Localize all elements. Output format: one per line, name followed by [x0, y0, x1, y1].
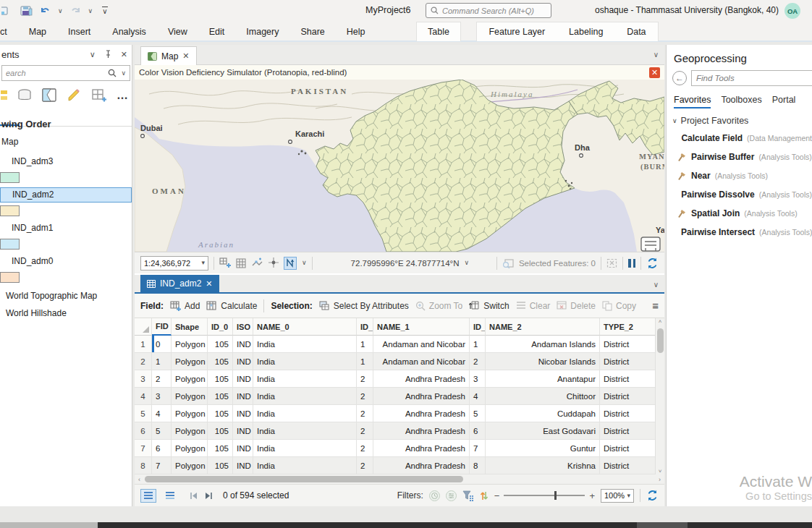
cell[interactable]: 2	[357, 457, 373, 474]
redo-dropdown-icon[interactable]: ∨	[88, 8, 93, 14]
cell[interactable]: 3	[470, 370, 486, 388]
ribbon-tab-table[interactable]: Table	[428, 27, 449, 37]
map-group-item[interactable]: Map	[1, 137, 132, 147]
ribbon-tab-analysis[interactable]: Analysis	[112, 27, 146, 37]
data-source-icon[interactable]	[17, 88, 33, 103]
last-record-icon[interactable]	[204, 492, 213, 500]
cell[interactable]: 1	[152, 353, 172, 370]
cell[interactable]: 4	[470, 388, 486, 405]
ribbon-tab-share[interactable]: Share	[300, 27, 324, 37]
column-header-fid[interactable]: FID	[152, 318, 172, 336]
add-bookmark-icon[interactable]	[219, 257, 231, 268]
column-header-shape[interactable]: Shape	[172, 318, 208, 336]
table-row[interactable]: 10Polygon105INDIndia1Andaman and Nicobar…	[135, 336, 664, 353]
grid-icon[interactable]	[236, 258, 246, 268]
ribbon-tab-ct[interactable]: ct	[0, 27, 7, 37]
table-row[interactable]: 21Polygon105INDIndia1Andaman and Nicobar…	[135, 353, 664, 370]
cell[interactable]: 105	[208, 370, 233, 388]
cell[interactable]: Krishna	[486, 457, 600, 474]
time-filter-icon[interactable]	[429, 490, 440, 501]
column-header-id_2[interactable]: ID_2	[470, 318, 486, 336]
command-search-input[interactable]: Command Search (Alt+Q)	[426, 3, 551, 18]
selection-map-icon[interactable]	[42, 88, 57, 103]
tool-item-spatial-join[interactable]: Spatial Join(Analysis Tools)	[667, 204, 812, 223]
cell[interactable]: Andhra Pradesh	[373, 440, 470, 457]
cell[interactable]: Polygon	[172, 422, 208, 440]
cell[interactable]: 5	[152, 422, 172, 440]
cell[interactable]: 1	[470, 336, 486, 353]
tool-item-pairwise-intersect[interactable]: Pairwise Intersect(Analysis Tools)	[667, 223, 812, 242]
add-field-button[interactable]: Add	[170, 301, 200, 311]
pane-options-icon[interactable]: ∨	[90, 51, 96, 59]
cell[interactable]: Andhra Pradesh	[373, 422, 470, 440]
refresh-icon[interactable]	[646, 490, 659, 501]
chevron-down-icon[interactable]: ∨	[464, 260, 469, 266]
zoom-percent-dropdown[interactable]: 100%▾	[601, 489, 634, 503]
ribbon-tab-help[interactable]: Help	[347, 27, 365, 37]
edit-pencil-icon[interactable]	[67, 88, 82, 103]
cell[interactable]: Andaman and Nicobar	[373, 353, 470, 370]
cell[interactable]: India	[253, 422, 357, 440]
ribbon-tab-imagery[interactable]: Imagery	[246, 27, 279, 37]
map-overview-icon[interactable]	[641, 237, 660, 251]
row-number[interactable]: 4	[135, 388, 152, 405]
layer-item-ind_adm3[interactable]: IND_adm3	[0, 154, 132, 169]
copy-button[interactable]: Copy	[602, 301, 636, 311]
horizontal-scrollbar[interactable]: ‹›	[135, 474, 664, 484]
cell[interactable]: 5	[470, 405, 486, 422]
cell[interactable]: Chittoor	[486, 388, 600, 405]
cell[interactable]: Polygon	[172, 457, 208, 474]
ribbon-tab-insert[interactable]: Insert	[68, 27, 90, 37]
row-number[interactable]: 8	[135, 457, 152, 474]
row-number[interactable]: 1	[135, 336, 152, 353]
pause-drawing-icon[interactable]	[628, 259, 635, 268]
form-view-button[interactable]	[162, 489, 178, 503]
cell[interactable]: India	[253, 370, 357, 388]
banner-close-icon[interactable]: ✕	[649, 67, 660, 78]
cell[interactable]: IND	[233, 336, 253, 353]
cell[interactable]: Nicobar Islands	[486, 353, 600, 370]
cell[interactable]: Andhra Pradesh	[373, 457, 470, 474]
cell[interactable]: IND	[233, 405, 253, 422]
back-arrow-icon[interactable]: ←	[672, 71, 687, 85]
layer-swatch[interactable]	[0, 272, 20, 283]
table-row[interactable]: 87Polygon105INDIndia2Andhra Pradesh8Kris…	[135, 457, 664, 474]
map-view-tab[interactable]: Map ✕	[140, 46, 197, 65]
cell[interactable]: 105	[208, 353, 233, 370]
clear-selection-button[interactable]: Clear	[516, 301, 551, 311]
layer-swatch[interactable]	[0, 205, 20, 216]
column-header-id_1[interactable]: ID_1	[357, 318, 373, 336]
range-filter-icon[interactable]	[446, 490, 457, 501]
layer-item-ind_adm1[interactable]: IND_adm1	[0, 221, 132, 236]
tool-item-pairwise-dissolve[interactable]: Pairwise Dissolve(Analysis Tools)	[667, 185, 812, 204]
ribbon-tab-view[interactable]: View	[168, 27, 187, 37]
row-number[interactable]: 2	[135, 353, 152, 370]
tab-list-chevron-icon[interactable]: ∨	[654, 51, 659, 59]
gp-tab-favorites[interactable]: Favorites	[674, 95, 711, 108]
project-icon[interactable]	[1, 5, 13, 17]
column-header-name_1[interactable]: NAME_1	[373, 318, 470, 336]
zoom-out-icon[interactable]: −	[494, 490, 500, 501]
cell[interactable]: IND	[233, 388, 253, 405]
redo-icon[interactable]	[69, 5, 82, 17]
search-dropdown-icon[interactable]: ∨	[121, 70, 126, 77]
refresh-icon[interactable]	[646, 257, 659, 269]
vertical-scrollbar[interactable]: ˄˅	[655, 318, 664, 474]
column-header-id_0[interactable]: ID_0	[208, 318, 233, 336]
pin-icon[interactable]	[104, 50, 112, 59]
attribute-table[interactable]: FIDShapeID_0ISONAME_0ID_1NAME_1ID_2NAME_…	[135, 318, 664, 474]
table-row[interactable]: 32Polygon105INDIndia2Andhra Pradesh3Anan…	[135, 370, 664, 388]
coordinates-readout[interactable]: 72.7995996°E 24.7877714°N	[351, 259, 460, 268]
snapping-icon[interactable]	[251, 257, 263, 268]
cell[interactable]: East Godavari	[486, 422, 600, 440]
cell[interactable]: 1	[357, 353, 373, 370]
gp-tab-portal[interactable]: Portal	[772, 95, 796, 108]
cell[interactable]: IND	[233, 422, 253, 440]
cell[interactable]: 2	[357, 422, 373, 440]
selection-box-icon[interactable]	[606, 258, 617, 268]
row-number[interactable]: 7	[135, 440, 152, 457]
cell[interactable]: 3	[152, 388, 172, 405]
undo-dropdown-icon[interactable]: ∨	[58, 8, 63, 14]
cell[interactable]: 105	[208, 336, 233, 353]
cell[interactable]: 105	[208, 405, 233, 422]
